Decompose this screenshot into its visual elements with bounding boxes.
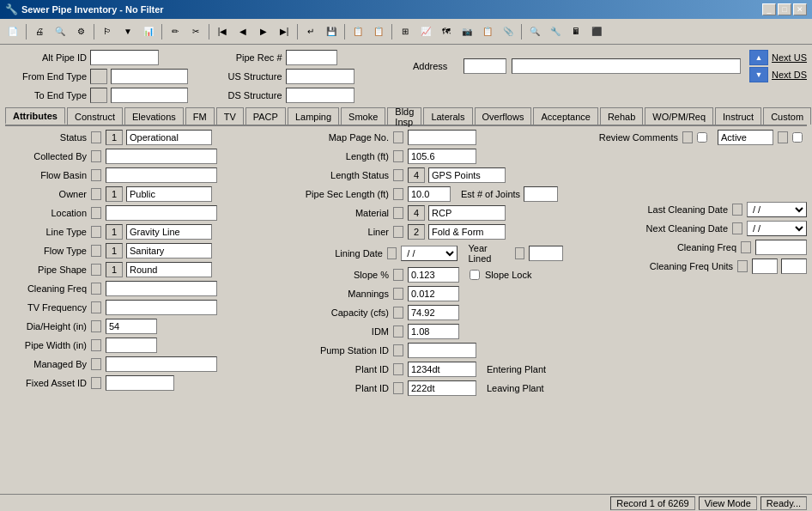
nav-first[interactable]: |◀ <box>213 22 232 41</box>
tab-lamping[interactable]: Lamping <box>288 107 339 125</box>
us-structure-input[interactable]: 0505023 <box>286 69 354 84</box>
cleaning-freq-units-input2[interactable] <box>781 259 807 274</box>
edit-button[interactable]: ✏ <box>166 22 185 41</box>
tv-freq-input[interactable] <box>106 300 217 315</box>
attach-button[interactable]: 📎 <box>499 22 518 41</box>
length-input[interactable] <box>408 149 476 164</box>
status-num[interactable] <box>106 130 123 145</box>
location-input[interactable] <box>106 205 217 221</box>
grid-button[interactable]: ⊞ <box>396 22 415 41</box>
to-end-type-num[interactable]: 1 <box>90 88 107 103</box>
mannings-input[interactable] <box>408 286 459 301</box>
tab-elevations[interactable]: Elevations <box>124 107 184 125</box>
tab-overflows[interactable]: Overflows <box>475 107 532 125</box>
liner-num[interactable] <box>408 224 425 240</box>
pipe-shape-input[interactable] <box>126 262 212 277</box>
managed-by-input[interactable] <box>106 356 217 372</box>
sort-button[interactable]: 📊 <box>139 22 158 41</box>
capacity-input[interactable] <box>408 305 459 320</box>
slope-lock-checkbox[interactable] <box>470 270 480 280</box>
collected-by-input[interactable] <box>106 149 217 164</box>
tab-fm[interactable]: FM <box>185 107 215 125</box>
nav-next[interactable]: ▶ <box>254 22 273 41</box>
length-status-input[interactable] <box>428 167 506 183</box>
maximize-button[interactable]: □ <box>778 3 791 15</box>
pipe-shape-num[interactable] <box>106 262 123 277</box>
est-joints-input[interactable] <box>524 186 558 202</box>
tab-custom[interactable]: Custom <box>763 107 811 125</box>
pipe-sec-length-input[interactable] <box>408 186 451 202</box>
save-button[interactable]: 💾 <box>322 22 341 41</box>
cut-button[interactable]: ✂ <box>186 22 205 41</box>
tab-attributes[interactable]: Attributes <box>5 107 65 125</box>
length-status-num[interactable] <box>408 167 425 183</box>
plant-id-entering-input[interactable] <box>408 362 476 377</box>
minimize-button[interactable]: _ <box>762 3 776 15</box>
tab-construct[interactable]: Construct <box>67 107 123 125</box>
filter-dropdown[interactable]: ▼ <box>118 22 137 41</box>
chart-button[interactable]: 📈 <box>416 22 435 41</box>
tools-button[interactable]: 🔧 <box>546 22 565 41</box>
photo-button[interactable]: 📷 <box>458 22 476 41</box>
material-input[interactable] <box>428 205 506 221</box>
close-button[interactable]: ✕ <box>793 3 807 15</box>
copy-button[interactable]: 📋 <box>348 22 367 41</box>
zoom-button[interactable]: 🔍 <box>525 22 544 41</box>
pipe-width-input[interactable] <box>106 338 157 353</box>
print-button[interactable]: 🖨 <box>30 22 49 41</box>
nav-us-arrow[interactable]: ▲ <box>749 50 768 65</box>
fixed-asset-input[interactable] <box>106 375 174 391</box>
cleaning-freq-units-input[interactable] <box>752 259 778 274</box>
owner-input[interactable] <box>126 186 212 202</box>
dia-height-input[interactable] <box>106 319 157 334</box>
tab-laterals[interactable]: Laterals <box>423 107 472 125</box>
tab-smoke[interactable]: Smoke <box>341 107 385 125</box>
cleaning-freq-right-input[interactable] <box>755 240 807 255</box>
paste-button[interactable]: 📋 <box>369 22 388 41</box>
nav-last[interactable]: ▶| <box>275 22 294 41</box>
tab-acceptance[interactable]: Acceptance <box>533 107 597 125</box>
cleaning-freq-input[interactable] <box>106 281 217 296</box>
year-lined-input[interactable] <box>529 246 563 261</box>
report-button[interactable]: 📋 <box>478 22 497 41</box>
active-input[interactable] <box>718 130 773 145</box>
slope-input[interactable] <box>408 267 459 283</box>
material-num[interactable] <box>408 205 425 221</box>
line-type-input[interactable] <box>126 224 212 240</box>
map-page-input[interactable] <box>408 130 476 145</box>
tab-rehab[interactable]: Rehab <box>600 107 643 125</box>
active-checkbox[interactable] <box>792 132 803 143</box>
line-type-num[interactable] <box>106 224 123 240</box>
address-number-input[interactable]: 11401 <box>464 58 506 74</box>
owner-num[interactable] <box>106 186 123 202</box>
flow-basin-input[interactable] <box>106 167 217 183</box>
calc-button[interactable]: 🖩 <box>567 22 585 41</box>
pipe-rec-input[interactable]: 1 <box>286 50 337 65</box>
address-street-input[interactable]: TOMAHAWK CREEK PKWY <box>512 58 741 74</box>
map-button[interactable]: 🗺 <box>437 22 456 41</box>
alt-pipe-id-input[interactable]: 0001 <box>90 50 159 65</box>
lining-date-select[interactable]: / / <box>401 246 458 261</box>
tab-pacp[interactable]: PACP <box>245 107 286 125</box>
search-button[interactable]: 🔍 <box>51 22 70 41</box>
filter-button[interactable]: 🏳 <box>98 22 117 41</box>
tab-wo[interactable]: WO/PM/Req <box>645 107 713 125</box>
new-button[interactable]: 📄 <box>3 22 22 41</box>
flow-type-input[interactable] <box>126 243 212 259</box>
plant-id-leaving-input[interactable] <box>408 380 476 396</box>
tab-instruct[interactable]: Instruct <box>715 107 761 125</box>
nav-prev[interactable]: ◀ <box>233 22 252 41</box>
last-cleaning-date-select[interactable]: / / <box>747 202 807 217</box>
nav-ds-arrow[interactable]: ▼ <box>749 67 768 82</box>
refresh-button[interactable]: ↵ <box>301 22 320 41</box>
from-end-type-num[interactable]: 1 <box>90 69 107 84</box>
to-end-type-input[interactable]: Structure <box>111 88 188 103</box>
status-input[interactable] <box>126 130 212 145</box>
tab-bldg-insp[interactable]: Bldg Insp <box>387 107 421 125</box>
liner-input[interactable] <box>428 224 506 240</box>
next-cleaning-date-select[interactable]: / / <box>747 221 807 236</box>
extra-button[interactable]: ⬛ <box>587 22 606 41</box>
pump-station-input[interactable] <box>408 343 476 358</box>
tab-tv[interactable]: TV <box>216 107 244 125</box>
flow-type-num[interactable] <box>106 243 123 259</box>
